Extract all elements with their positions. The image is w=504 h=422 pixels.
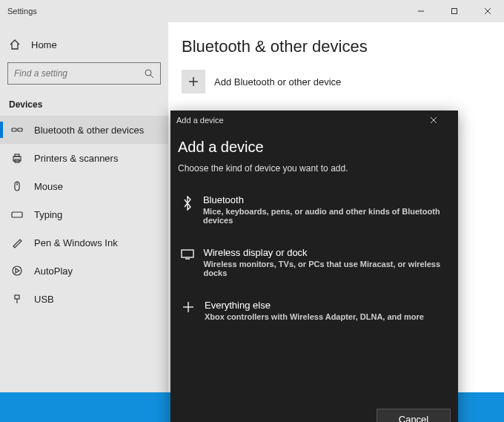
page-title: Bluetooth & other devices <box>182 37 504 56</box>
nav-printers[interactable]: Printers & scanners <box>0 144 168 172</box>
window-title: Settings <box>7 7 37 16</box>
nav-label: Pen & Windows Ink <box>34 237 118 248</box>
svg-rect-13 <box>12 212 22 217</box>
dialog-footer: Cancel <box>170 401 458 422</box>
search-input[interactable] <box>14 68 144 79</box>
autoplay-icon <box>10 265 24 277</box>
option-text: Everything else Xbox controllers with Wi… <box>205 300 424 321</box>
svg-point-4 <box>145 70 151 76</box>
close-icon <box>430 116 437 124</box>
search-icon <box>144 68 154 79</box>
option-desc: Wireless monitors, TVs, or PCs that use … <box>203 260 449 277</box>
nav-label: Printers & scanners <box>34 153 118 164</box>
option-everything-else[interactable]: Everything else Xbox controllers with Wi… <box>178 292 451 329</box>
nav-label: USB <box>34 294 54 305</box>
mouse-icon <box>10 180 24 192</box>
titlebar: Settings <box>0 0 504 22</box>
home-button[interactable]: Home <box>0 33 168 56</box>
nav-usb[interactable]: USB <box>0 285 168 313</box>
search-box[interactable] <box>7 62 161 85</box>
dialog-body: Add a device Choose the kind of device y… <box>170 130 458 401</box>
svg-rect-1 <box>451 9 457 14</box>
dialog-close-button[interactable] <box>430 116 452 124</box>
plus-icon <box>188 76 199 88</box>
keyboard-icon <box>10 208 24 220</box>
svg-rect-9 <box>15 154 19 156</box>
nav-mouse[interactable]: Mouse <box>0 172 168 200</box>
option-bluetooth[interactable]: Bluetooth Mice, keyboards, pens, or audi… <box>178 187 451 232</box>
add-label: Add Bluetooth or other device <box>214 76 341 88</box>
option-text: Wireless display or dock Wireless monito… <box>203 247 449 277</box>
settings-window: Settings Home <box>0 0 504 422</box>
nav-label: AutoPlay <box>34 266 73 277</box>
close-button[interactable] <box>471 0 504 22</box>
sidebar: Home Devices Bluetooth & other devices <box>0 22 168 422</box>
display-icon <box>179 248 196 260</box>
nav-bluetooth[interactable]: Bluetooth & other devices <box>0 116 168 144</box>
printer-icon <box>10 152 24 164</box>
dialog-titlebar: Add a device <box>170 111 458 130</box>
bluetooth-icon <box>179 196 196 211</box>
dialog-subtitle: Choose the kind of device you want to ad… <box>178 163 451 174</box>
close-icon <box>484 7 491 15</box>
svg-line-5 <box>150 75 153 78</box>
svg-rect-6 <box>12 128 16 131</box>
svg-rect-24 <box>182 250 193 257</box>
option-desc: Mice, keyboards, pens, or audio and othe… <box>203 207 449 225</box>
nav-autoplay[interactable]: AutoPlay <box>0 257 168 285</box>
nav-label: Mouse <box>34 181 63 192</box>
option-desc: Xbox controllers with Wireless Adapter, … <box>205 312 424 321</box>
nav-pen[interactable]: Pen & Windows Ink <box>0 228 168 257</box>
cancel-button[interactable]: Cancel <box>377 409 451 422</box>
dialog-header: Add a device <box>178 139 451 156</box>
nav-label: Typing <box>34 209 62 220</box>
section-title: Devices <box>0 93 168 116</box>
window-controls <box>404 0 504 22</box>
minimize-button[interactable] <box>404 0 437 22</box>
option-title: Wireless display or dock <box>203 247 449 258</box>
nav-label: Bluetooth & other devices <box>34 125 144 136</box>
add-tile <box>182 70 205 93</box>
option-title: Bluetooth <box>203 194 449 205</box>
option-title: Everything else <box>205 300 424 311</box>
bluetooth-nav-icon <box>10 124 24 136</box>
cancel-label: Cancel <box>399 414 428 423</box>
home-icon <box>9 39 24 50</box>
minimize-icon <box>417 7 425 15</box>
add-device-dialog: Add a device Add a device Choose the kin… <box>170 111 458 422</box>
svg-point-17 <box>13 266 21 275</box>
usb-icon <box>10 293 24 305</box>
nav-typing[interactable]: Typing <box>0 200 168 228</box>
option-text: Bluetooth Mice, keyboards, pens, or audi… <box>203 194 449 225</box>
home-label: Home <box>31 39 57 50</box>
pen-icon <box>10 237 24 248</box>
svg-rect-7 <box>18 128 22 131</box>
maximize-button[interactable] <box>437 0 471 22</box>
option-wireless-display[interactable]: Wireless display or dock Wireless monito… <box>178 240 451 285</box>
body: Home Devices Bluetooth & other devices <box>0 22 504 422</box>
svg-rect-18 <box>15 295 19 299</box>
add-device-row[interactable]: Add Bluetooth or other device <box>182 70 504 93</box>
plus-icon <box>179 301 197 313</box>
dialog-titlebar-text: Add a device <box>176 116 224 125</box>
maximize-icon <box>451 7 458 15</box>
